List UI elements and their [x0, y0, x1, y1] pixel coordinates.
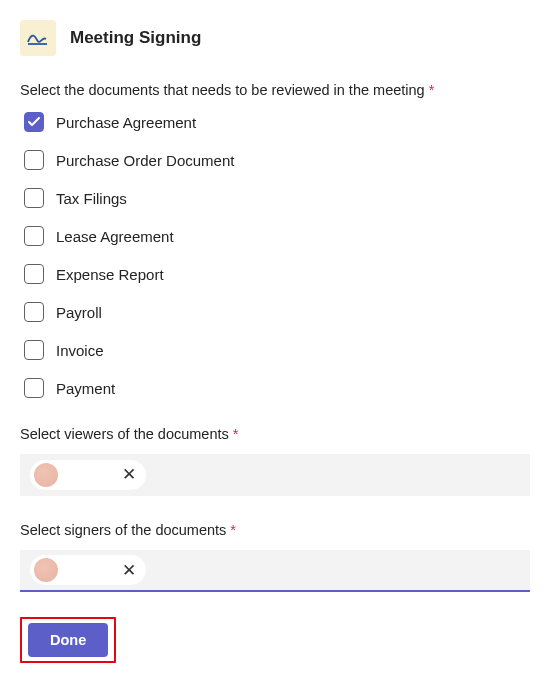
viewers-prompt: Select viewers of the documents * [20, 426, 530, 442]
form-header: Meeting Signing [20, 20, 530, 56]
option-label: Tax Filings [56, 190, 127, 207]
checkbox-payment[interactable] [24, 378, 44, 398]
documents-prompt-text: Select the documents that needs to be re… [20, 82, 425, 98]
app-title: Meeting Signing [70, 28, 201, 48]
close-icon[interactable]: ✕ [122, 562, 136, 579]
option-payment[interactable]: Payment [24, 378, 530, 398]
required-asterisk: * [425, 82, 435, 98]
option-lease-agreement[interactable]: Lease Agreement [24, 226, 530, 246]
option-purchase-agreement[interactable]: Purchase Agreement [24, 112, 530, 132]
checkbox-purchase-order-document[interactable] [24, 150, 44, 170]
option-tax-filings[interactable]: Tax Filings [24, 188, 530, 208]
checkbox-tax-filings[interactable] [24, 188, 44, 208]
signer-person-chip[interactable]: ✕ [30, 555, 146, 585]
option-label: Invoice [56, 342, 104, 359]
avatar [34, 558, 58, 582]
documents-prompt: Select the documents that needs to be re… [20, 82, 530, 98]
avatar [34, 463, 58, 487]
option-payroll[interactable]: Payroll [24, 302, 530, 322]
signers-prompt-text: Select signers of the documents [20, 522, 226, 538]
signers-prompt: Select signers of the documents * [20, 522, 530, 538]
done-button[interactable]: Done [28, 623, 108, 657]
checkbox-payroll[interactable] [24, 302, 44, 322]
required-asterisk: * [226, 522, 236, 538]
document-options: Purchase Agreement Purchase Order Docume… [20, 112, 530, 398]
option-label: Purchase Agreement [56, 114, 196, 131]
option-invoice[interactable]: Invoice [24, 340, 530, 360]
checkbox-expense-report[interactable] [24, 264, 44, 284]
checkbox-invoice[interactable] [24, 340, 44, 360]
option-label: Payroll [56, 304, 102, 321]
option-purchase-order-document[interactable]: Purchase Order Document [24, 150, 530, 170]
option-label: Expense Report [56, 266, 164, 283]
close-icon[interactable]: ✕ [122, 466, 136, 483]
done-button-highlight: Done [20, 617, 116, 663]
viewers-field[interactable]: ✕ [20, 454, 530, 496]
option-label: Payment [56, 380, 115, 397]
signers-field[interactable]: ✕ [20, 550, 530, 592]
required-asterisk: * [229, 426, 239, 442]
option-label: Lease Agreement [56, 228, 174, 245]
checkbox-lease-agreement[interactable] [24, 226, 44, 246]
checkbox-purchase-agreement[interactable] [24, 112, 44, 132]
option-label: Purchase Order Document [56, 152, 234, 169]
app-icon [20, 20, 56, 56]
viewers-prompt-text: Select viewers of the documents [20, 426, 229, 442]
viewer-person-chip[interactable]: ✕ [30, 460, 146, 490]
option-expense-report[interactable]: Expense Report [24, 264, 530, 284]
